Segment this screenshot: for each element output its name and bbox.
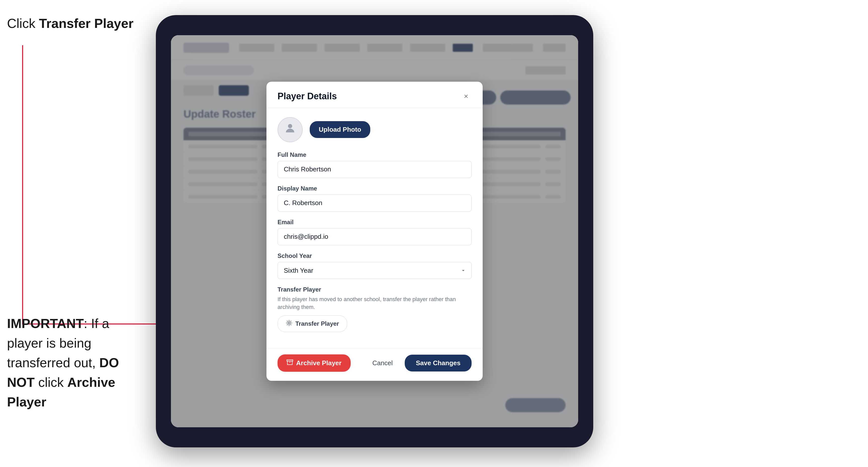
transfer-player-button[interactable]: Transfer Player [278, 315, 347, 332]
school-year-select[interactable]: First Year Second Year Third Year Fourth… [278, 262, 472, 279]
avatar-row: Upload Photo [278, 117, 472, 142]
transfer-player-section: Transfer Player If this player has moved… [278, 286, 472, 332]
arrow-vertical-line [22, 45, 23, 324]
transfer-description: If this player has moved to another scho… [278, 295, 472, 311]
display-name-input[interactable] [278, 194, 472, 212]
modal-header: Player Details × [267, 82, 483, 108]
tablet-device: Update Roster [156, 15, 593, 447]
modal-footer: Archive Player Cancel Save Changes [267, 348, 483, 381]
modal-body: Upload Photo Full Name Display Name [267, 108, 483, 348]
save-changes-button[interactable]: Save Changes [405, 355, 472, 372]
full-name-group: Full Name [278, 151, 472, 178]
tablet-screen: Update Roster [171, 35, 578, 427]
school-year-group: School Year First Year Second Year Third… [278, 252, 472, 279]
email-group: Email [278, 219, 472, 245]
modal-overlay: Player Details × [171, 35, 578, 427]
bottom-annotation: IMPORTANT: If a player is being transfer… [7, 314, 148, 412]
email-input[interactable] [278, 228, 472, 245]
archive-player-button[interactable]: Archive Player [278, 354, 351, 372]
email-label: Email [278, 219, 472, 226]
avatar [278, 117, 303, 142]
top-annotation: Click Transfer Player [7, 15, 133, 32]
transfer-icon [286, 320, 292, 328]
annotation-important: IMPORTANT [7, 316, 84, 331]
full-name-label: Full Name [278, 151, 472, 158]
cancel-button[interactable]: Cancel [366, 355, 399, 372]
transfer-btn-label: Transfer Player [296, 320, 339, 327]
annotation-prefix: Click [7, 16, 39, 31]
svg-point-0 [288, 124, 292, 128]
footer-right-actions: Cancel Save Changes [366, 355, 472, 372]
svg-point-1 [288, 322, 290, 324]
transfer-section-label: Transfer Player [278, 286, 472, 293]
annotation-bold: Transfer Player [39, 16, 133, 31]
modal-close-button[interactable]: × [461, 91, 472, 102]
close-icon: × [464, 92, 468, 100]
modal-title: Player Details [278, 91, 337, 101]
full-name-input[interactable] [278, 161, 472, 178]
upload-photo-button[interactable]: Upload Photo [310, 121, 370, 138]
player-details-modal: Player Details × [267, 82, 483, 381]
school-year-label: School Year [278, 252, 472, 259]
display-name-group: Display Name [278, 185, 472, 212]
archive-icon [286, 359, 293, 367]
archive-btn-label: Archive Player [296, 359, 342, 367]
person-icon [284, 122, 297, 137]
display-name-label: Display Name [278, 185, 472, 192]
